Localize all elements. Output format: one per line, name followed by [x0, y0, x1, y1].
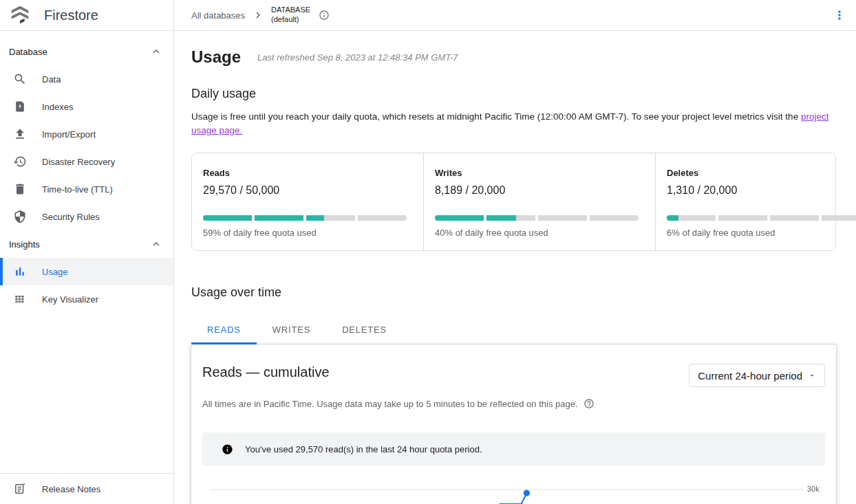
deletes-quota-caption: 6% of daily free quota used: [667, 228, 856, 238]
upload-icon: [12, 126, 28, 142]
database-info-icon[interactable]: [319, 10, 330, 21]
tab-reads[interactable]: READS: [191, 315, 257, 344]
writes-quota-title: Writes: [435, 168, 639, 178]
reads-quota-value: 29,570 / 50,000: [203, 184, 407, 197]
daily-usage-description: Usage is free until you reach your daily…: [191, 110, 836, 138]
y-axis-label-30k: 30k: [807, 474, 825, 504]
help-icon[interactable]: [584, 398, 595, 409]
usage-info-banner-text: You've used 29,570 read(s) in the last 2…: [245, 444, 482, 454]
grid-icon: [12, 291, 28, 307]
sidebar: Database Data Indexes Import/Export: [0, 31, 174, 504]
info-icon: [222, 443, 233, 455]
dropdown-arrow-icon: [808, 371, 816, 380]
sidebar-item-usage[interactable]: Usage: [0, 258, 173, 285]
writes-quota-panel: Writes 8,189 / 20,000 40% of daily free …: [423, 153, 655, 250]
chevron-up-icon[interactable]: [150, 238, 162, 250]
timezone-note: All times are in Pacific Time. Usage dat…: [202, 399, 578, 409]
usage-over-time-heading: Usage over time: [191, 285, 836, 300]
period-selector-dropdown[interactable]: Current 24-hour period: [689, 364, 825, 387]
usage-info-banner: You've used 29,570 read(s) in the last 2…: [202, 432, 825, 465]
reads-chart-card: Reads — cumulative All times are in Paci…: [191, 344, 836, 504]
sidebar-item-import-export[interactable]: Import/Export: [0, 120, 173, 148]
firestore-logo-icon: [8, 3, 32, 27]
product-name: Firestore: [44, 8, 98, 23]
usage-line-chart-svg: [211, 474, 804, 504]
tab-writes[interactable]: WRITES: [257, 315, 326, 344]
usage-tabs: READS WRITES DELETES: [191, 315, 836, 344]
reads-cumulative-chart: 30k: [202, 474, 825, 504]
release-notes-icon: [12, 481, 28, 497]
page-title: Usage: [191, 47, 241, 67]
sidebar-item-disaster-recovery[interactable]: Disaster Recovery: [0, 148, 173, 175]
shield-icon: [12, 208, 28, 225]
sidebar-item-ttl[interactable]: Time-to-live (TTL): [0, 175, 173, 203]
last-refreshed-text: Last refreshed Sep 8, 2023 at 12:48:34 P…: [257, 52, 458, 63]
sidebar-section-database[interactable]: Database: [0, 38, 173, 65]
chevron-right-icon: [252, 9, 264, 21]
trash-icon: [12, 181, 28, 197]
reads-series-endpoint: [524, 490, 530, 496]
top-bar: Firestore All databases DATABASE (defaul…: [0, 0, 856, 31]
breadcrumb-current-database: DATABASE (default): [271, 6, 310, 25]
chevron-up-icon[interactable]: [150, 45, 162, 58]
sidebar-item-release-notes[interactable]: Release Notes: [0, 474, 173, 504]
tab-deletes[interactable]: DELETES: [326, 315, 403, 344]
product-logo-area: Firestore: [0, 0, 174, 30]
index-document-icon: [12, 98, 28, 115]
main-content: Usage Last refreshed Sep 8, 2023 at 12:4…: [174, 31, 856, 504]
breadcrumb-all-databases[interactable]: All databases: [191, 10, 245, 21]
reads-quota-title: Reads: [203, 168, 407, 178]
sidebar-item-security-rules[interactable]: Security Rules: [0, 203, 173, 230]
deletes-quota-title: Deletes: [667, 168, 856, 178]
deletes-quota-value: 1,310 / 20,000: [667, 184, 856, 197]
reads-quota-panel: Reads 29,570 / 50,000 59% of daily free …: [192, 153, 423, 250]
deletes-quota-panel: Deletes 1,310 / 20,000 6% of daily free …: [655, 153, 856, 250]
sidebar-item-indexes[interactable]: Indexes: [0, 93, 173, 120]
reads-series-line: [500, 493, 527, 504]
reads-quota-caption: 59% of daily free quota used: [203, 228, 407, 238]
history-restore-icon: [12, 153, 28, 170]
writes-quota-caption: 40% of daily free quota used: [435, 228, 639, 238]
search-icon: [12, 71, 28, 87]
chart-plot-area: [211, 474, 804, 504]
reads-quota-progressbar: [203, 215, 407, 221]
kebab-menu-icon[interactable]: [833, 8, 846, 22]
writes-quota-progressbar: [435, 215, 639, 221]
deletes-quota-progressbar: [667, 215, 856, 221]
daily-quota-card: Reads 29,570 / 50,000 59% of daily free …: [191, 153, 836, 251]
daily-usage-heading: Daily usage: [191, 87, 836, 101]
sidebar-item-data[interactable]: Data: [0, 65, 173, 93]
chart-title: Reads — cumulative: [202, 364, 595, 380]
bar-chart-icon: [12, 263, 28, 280]
writes-quota-value: 8,189 / 20,000: [435, 184, 639, 197]
sidebar-item-key-visualizer[interactable]: Key Visualizer: [0, 285, 173, 313]
sidebar-section-insights[interactable]: Insights: [0, 230, 173, 258]
breadcrumb: All databases DATABASE (default): [174, 0, 833, 30]
